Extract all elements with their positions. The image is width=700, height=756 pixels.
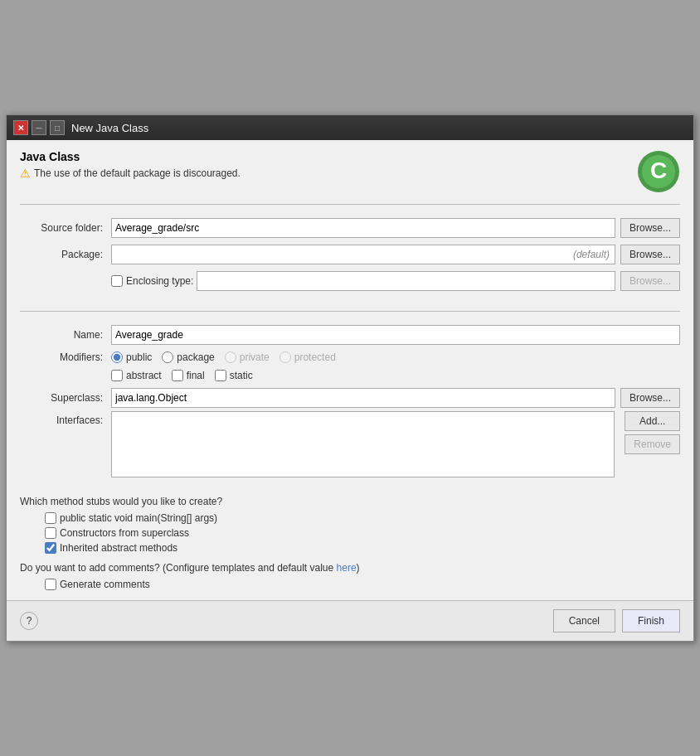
modifier-final-checkbox[interactable]: [172, 370, 183, 381]
interfaces-remove-button[interactable]: Remove: [625, 434, 680, 454]
new-java-class-dialog: ✕ ─ □ New Java Class Java Class ⚠ The us…: [6, 114, 694, 642]
close-button[interactable]: ✕: [13, 120, 28, 135]
bottom-bar: ? Cancel Finish: [7, 600, 693, 641]
modifiers-label: Modifiers:: [20, 351, 111, 363]
svg-text:C: C: [650, 158, 667, 183]
method-stubs-question: Which method stubs would you like to cre…: [20, 496, 680, 507]
comments-question-end: ): [357, 562, 360, 574]
modifier-abstract-text: abstract: [126, 370, 162, 381]
stub-main-method-checkbox[interactable]: [45, 512, 56, 524]
stub-main-method-text: public static void main(String[] args): [60, 512, 217, 524]
title-bar-buttons: ✕ ─ □: [13, 120, 65, 135]
eclipse-logo: C: [637, 150, 680, 196]
interfaces-row: Interfaces: Add... Remove: [20, 411, 680, 477]
modifier-abstract-checkbox[interactable]: [111, 370, 123, 381]
superclass-input[interactable]: [111, 388, 615, 408]
package-row: Package: (default) Browse...: [20, 245, 680, 264]
comments-question-text: Do you want to add comments? (Configure …: [20, 562, 337, 574]
stub-main-method-label[interactable]: public static void main(String[] args): [45, 512, 680, 524]
warning-message: ⚠ The use of the default package is disc…: [20, 167, 241, 180]
modifier-private-text: private: [240, 351, 270, 363]
package-label: Package:: [20, 249, 111, 260]
superclass-browse-button[interactable]: Browse...: [620, 388, 680, 408]
modifier-static-checkbox[interactable]: [215, 370, 226, 381]
modifiers-options: public package private protected: [111, 351, 336, 363]
header-left: Java Class ⚠ The use of the default pack…: [20, 150, 241, 180]
generate-comments-text: Generate comments: [60, 579, 150, 590]
source-folder-row: Source folder: Browse...: [20, 218, 680, 238]
generate-comments-label[interactable]: Generate comments: [45, 579, 680, 590]
modifiers-checkboxes: abstract final static: [111, 370, 253, 381]
modifier-static-text: static: [230, 370, 253, 381]
source-folder-input[interactable]: [111, 218, 615, 238]
package-input[interactable]: [112, 247, 568, 262]
interfaces-label: Interfaces:: [20, 411, 111, 426]
package-browse-button[interactable]: Browse...: [620, 245, 680, 264]
dialog-body: Java Class ⚠ The use of the default pack…: [7, 140, 693, 600]
generate-comments-checkbox[interactable]: [45, 579, 56, 590]
title-bar: ✕ ─ □ New Java Class: [7, 115, 693, 140]
name-input[interactable]: [111, 325, 680, 345]
form-section: Source folder: Browse... Package: (defau…: [20, 211, 680, 304]
stub-constructors-checkbox[interactable]: [45, 527, 56, 539]
modifier-package-radio[interactable]: [162, 351, 173, 363]
modifier-public-text: public: [126, 351, 152, 363]
comments-here-link[interactable]: here: [337, 562, 357, 574]
modifier-package-label[interactable]: package: [162, 351, 214, 363]
header-divider: [20, 204, 680, 205]
source-folder-label: Source folder:: [20, 222, 111, 234]
section-title: Java Class: [20, 150, 241, 163]
maximize-button[interactable]: □: [50, 120, 65, 135]
package-default-label: (default): [568, 249, 615, 260]
modifier-final-label[interactable]: final: [172, 370, 205, 381]
finish-button[interactable]: Finish: [622, 609, 680, 632]
stub-inherited-label[interactable]: Inherited abstract methods: [45, 542, 680, 554]
modifier-final-text: final: [187, 370, 205, 381]
enclosing-type-label: Enclosing type:: [126, 275, 193, 287]
interfaces-buttons: Add... Remove: [620, 411, 680, 454]
modifier-public-radio[interactable]: [111, 351, 123, 363]
help-button[interactable]: ?: [20, 612, 38, 630]
modifier-protected-text: protected: [294, 351, 336, 363]
modifiers-row: Modifiers: public package private: [20, 351, 680, 363]
method-stubs-section: Which method stubs would you like to cre…: [20, 496, 680, 554]
modifier-protected-label[interactable]: protected: [280, 351, 336, 363]
modifiers-row2: abstract final static: [20, 370, 680, 381]
comments-list: Generate comments: [20, 579, 680, 590]
enclosing-type-row: Enclosing type: Browse...: [20, 271, 680, 291]
middle-divider: [20, 311, 680, 312]
stub-inherited-checkbox[interactable]: [45, 542, 56, 554]
bottom-right-buttons: Cancel Finish: [553, 609, 680, 632]
enclosing-type-browse-button[interactable]: Browse...: [620, 271, 680, 291]
modifier-protected-radio[interactable]: [280, 351, 291, 363]
comments-section: Do you want to add comments? (Configure …: [20, 562, 680, 590]
minimize-button[interactable]: ─: [32, 120, 46, 135]
stub-constructors-label[interactable]: Constructors from superclass: [45, 527, 680, 539]
name-row: Name:: [20, 325, 680, 345]
dialog-title: New Java Class: [71, 122, 148, 134]
enclosing-type-checkbox-label[interactable]: Enclosing type:: [111, 275, 193, 287]
stub-inherited-text: Inherited abstract methods: [60, 542, 177, 554]
superclass-label: Superclass:: [20, 392, 111, 404]
modifier-private-radio[interactable]: [225, 351, 236, 363]
warning-icon: ⚠: [20, 167, 31, 180]
modifier-static-label[interactable]: static: [215, 370, 253, 381]
name-modifiers-section: Name: Modifiers: public package: [20, 318, 680, 487]
modifier-package-text: package: [177, 351, 214, 363]
modifier-public-label[interactable]: public: [111, 351, 152, 363]
cancel-button[interactable]: Cancel: [553, 609, 615, 632]
package-input-wrap: (default): [111, 245, 615, 264]
comments-question: Do you want to add comments? (Configure …: [20, 562, 680, 574]
source-folder-browse-button[interactable]: Browse...: [620, 218, 680, 238]
stub-constructors-text: Constructors from superclass: [60, 527, 189, 539]
enclosing-type-input[interactable]: [197, 271, 615, 291]
modifier-private-label[interactable]: private: [225, 351, 270, 363]
modifier-abstract-label[interactable]: abstract: [111, 370, 162, 381]
superclass-row: Superclass: Browse...: [20, 388, 680, 408]
interfaces-textarea[interactable]: [111, 411, 615, 477]
name-label: Name:: [20, 329, 111, 341]
interfaces-add-button[interactable]: Add...: [625, 411, 680, 431]
stubs-list: public static void main(String[] args) C…: [20, 512, 680, 554]
dialog-header: Java Class ⚠ The use of the default pack…: [20, 150, 680, 196]
enclosing-type-checkbox[interactable]: [111, 275, 123, 287]
